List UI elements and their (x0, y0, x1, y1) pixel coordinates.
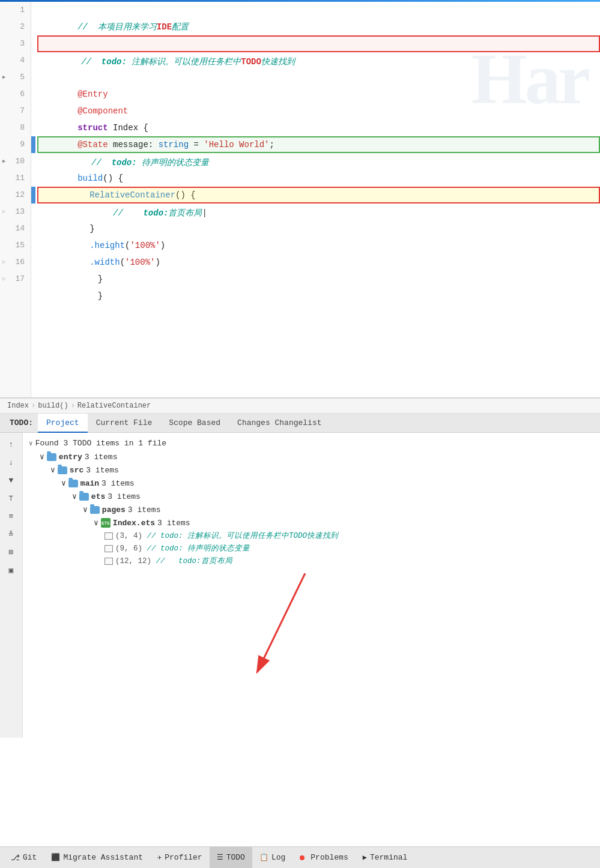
folder-main-icon (68, 480, 78, 487)
code-line-17: } (37, 271, 600, 288)
src-label: src (70, 466, 83, 475)
tab-changes-changelist[interactable]: Changes Changelist (229, 414, 330, 433)
entry-label: entry (59, 453, 82, 462)
ln-15: 15 (0, 237, 31, 254)
toolbar-terminal[interactable]: ▶ Terminal (356, 847, 415, 869)
line-numbers: 1 2 3 4 5 6 7 8 9 10 11 12 13 14 15 16 1… (0, 2, 31, 397)
ln-12: 12 (0, 187, 31, 203)
folder-src-icon (58, 466, 67, 474)
code-line-7: struct Index { (37, 103, 600, 119)
todo-loc-2: (9, 6) (115, 544, 142, 553)
tree-index-ets[interactable]: ∨ ETS Index.ets 3 items (23, 516, 600, 529)
todo-item-icon-1 (105, 532, 113, 540)
todo-entry-2[interactable]: (9, 6) // todo: 待声明的状态变量 (23, 542, 600, 555)
ln-6: 6 (0, 86, 31, 103)
ets-label: ets (91, 492, 105, 501)
toolbar-git[interactable]: ⎇ Git (4, 847, 44, 869)
todo-header-text: Found 3 TODO items in 1 file (35, 439, 166, 448)
sidebar-expand-btn[interactable]: ⊞ (3, 546, 20, 559)
tree-src[interactable]: ∨ src 3 items (23, 463, 600, 477)
ln-14: 14 (0, 220, 31, 237)
breadcrumb-build: build() (38, 402, 68, 410)
log-label: Log (271, 853, 285, 862)
toolbar-todo[interactable]: ☰ TODO (210, 847, 252, 869)
code-line-9: // todo: 待声明的状态变量 (37, 136, 600, 153)
tab-project[interactable]: Project (38, 414, 88, 433)
breadcrumb: Index › build() › RelativeContainer (0, 398, 600, 414)
sidebar-view-btn[interactable]: ▣ (3, 564, 20, 577)
todo-loc-3: (12, 12) (115, 557, 151, 565)
code-line-4 (37, 52, 600, 69)
ln-5[interactable]: 5 (0, 69, 31, 86)
sidebar-top-btn[interactable]: ⊤ (3, 492, 20, 505)
terminal-label: Terminal (370, 853, 407, 862)
indexets-count: 3 items (157, 519, 190, 528)
code-line-6: @Component (37, 86, 600, 103)
ln-17[interactable]: 17 (0, 271, 31, 288)
ln-13[interactable]: 13 (0, 203, 31, 220)
todo-comment-1: // (147, 532, 161, 540)
tree-entry[interactable]: ∨ entry 3 items (23, 450, 600, 463)
file-ets-icon: ETS (101, 518, 111, 528)
sidebar-up-btn[interactable]: ↑ (3, 438, 20, 451)
ln-2: 2 (0, 19, 31, 35)
ln-11: 11 (0, 170, 31, 187)
todo-loc-1: (3, 4) (115, 532, 142, 540)
code-line-1: // 本项目用来学习IDE配置 (37, 2, 600, 19)
indexets-label: Index.ets (113, 519, 155, 528)
main-label: main (80, 479, 99, 488)
code-line-14: .height('100%') (37, 220, 600, 237)
ln-16[interactable]: 16 (0, 254, 31, 271)
todo-label: TODO: (5, 414, 38, 433)
sidebar-down-btn[interactable]: ↓ (3, 456, 20, 469)
profiler-label: Profiler (165, 853, 202, 862)
code-lines: // 本项目用来学习IDE配置 // todo: 注解标识。可以使用任务栏中TO… (31, 2, 600, 397)
toolbar-profiler[interactable]: ✈ Profiler (150, 847, 210, 869)
code-line-16: } (37, 254, 600, 271)
entry-count: 3 items (85, 453, 118, 462)
ln-9: 9 (0, 136, 31, 153)
bottom-toolbar: ⎇ Git ⬛ Migrate Assistant ✈ Profiler ☰ T… (0, 846, 600, 868)
ln-10[interactable]: 10 (0, 153, 31, 170)
ets-count: 3 items (108, 492, 141, 501)
todo-tabs: TODO: Project Current File Scope Based C… (0, 414, 600, 433)
breadcrumb-index: Index (7, 402, 29, 410)
todo-entry-3[interactable]: (12, 12) // todo:首页布局 (23, 555, 600, 567)
ln-4: 4 (0, 52, 31, 69)
todo-entry-1[interactable]: (3, 4) // todo: 注解标识。可以使用任务栏中TODO快速找到 (23, 529, 600, 542)
folder-ets-icon (79, 493, 89, 501)
sidebar-list-btn[interactable]: ≡ (3, 510, 20, 523)
todo-sidebar: ↑ ↓ ▼ ⊤ ≡ ≚ ⊞ ▣ (0, 433, 23, 738)
code-line-13: } (37, 203, 600, 220)
folder-pages-icon (90, 506, 100, 514)
tree-ets[interactable]: ∨ ets 3 items (23, 490, 600, 503)
sidebar-sort-btn[interactable]: ≚ (3, 528, 20, 541)
sidebar-filter-btn[interactable]: ▼ (3, 474, 20, 487)
code-line-12: // todo:首页布局| (37, 187, 600, 203)
todo-content: ↑ ↓ ▼ ⊤ ≡ ≚ ⊞ ▣ ∨ Found 3 TODO items in … (0, 433, 600, 738)
red-arrow (113, 573, 353, 681)
arrow-spacer (23, 567, 600, 687)
todo-tree: ∨ Found 3 TODO items in 1 file ∨ entry 3… (23, 433, 600, 738)
tree-main[interactable]: ∨ main 3 items (23, 477, 600, 490)
code-line-8: @State message: string = 'Hello World'; (37, 119, 600, 136)
todo-item-icon-3 (105, 558, 113, 565)
toolbar-migrate[interactable]: ⬛ Migrate Assistant (44, 847, 150, 869)
folder-entry-icon (47, 453, 56, 461)
code-line-11: RelativeContainer() { (37, 170, 600, 187)
tab-current-file[interactable]: Current File (88, 414, 161, 433)
todo-icon: ☰ (217, 853, 223, 862)
chevron-header: ∨ (29, 439, 33, 447)
code-line-15: .width('100%') (37, 237, 600, 254)
migrate-icon: ⬛ (51, 853, 60, 862)
toolbar-problems[interactable]: Problems (292, 847, 355, 869)
tree-pages[interactable]: ∨ pages 3 items (23, 503, 600, 516)
tab-scope-based[interactable]: Scope Based (160, 414, 229, 433)
ln-8: 8 (0, 119, 31, 136)
code-line-2 (37, 19, 600, 35)
todo-header: ∨ Found 3 TODO items in 1 file (23, 436, 600, 450)
toolbar-log[interactable]: 📋 Log (252, 847, 292, 869)
pages-label: pages (102, 505, 126, 514)
editor-area: Har 1 2 3 4 5 6 7 8 9 10 11 12 13 14 15 … (0, 2, 600, 398)
ln-3: 3 (0, 35, 31, 52)
